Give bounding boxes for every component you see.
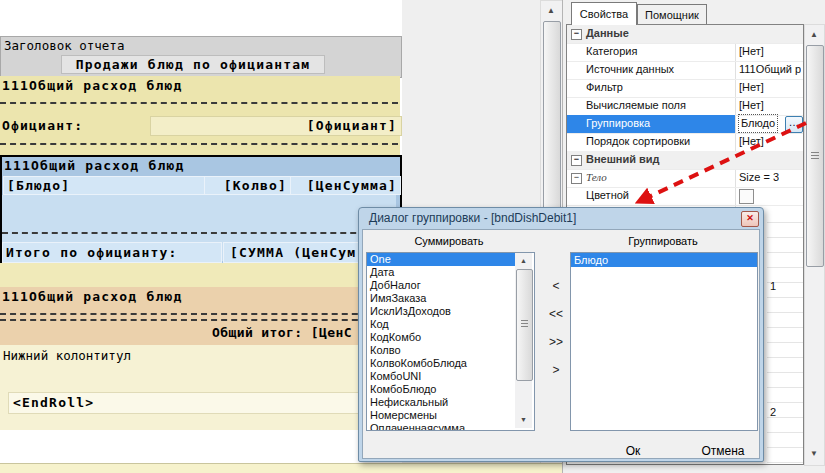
prop-row-category[interactable]: Категория [Нет] bbox=[567, 43, 803, 62]
collapse-icon[interactable]: − bbox=[571, 155, 582, 166]
list-item[interactable]: КомбоUNI bbox=[367, 370, 515, 383]
move-all-left-button[interactable]: << bbox=[544, 306, 568, 322]
thumb-grip bbox=[811, 152, 819, 161]
dialog-client-area: Суммировать Группировать One Дата ДобНал… bbox=[362, 229, 760, 459]
overflow-value: 1 bbox=[770, 277, 776, 295]
list-item[interactable]: КомбоБлюдо bbox=[367, 383, 515, 396]
list-item[interactable]: ИмяЗаказа bbox=[367, 292, 515, 305]
list-item[interactable]: ДобНалог bbox=[367, 279, 515, 292]
band-title-object[interactable]: 111Общий расход блюд bbox=[2, 78, 183, 93]
band-data-group[interactable]: 111Общий расход блюд [Блюдо] [Колво] [Це… bbox=[0, 155, 402, 267]
report-title-object[interactable]: Продажи блюд по официантам bbox=[61, 55, 325, 74]
move-all-right-button[interactable]: >> bbox=[544, 334, 568, 350]
band-report-footer[interactable]: 111Общий расход блюд Общий итог: [ЦенС bbox=[0, 287, 400, 345]
thumb-grip bbox=[521, 320, 528, 329]
collapse-icon[interactable]: − bbox=[571, 29, 582, 40]
list-item[interactable]: КодКомбо bbox=[367, 331, 515, 344]
band-page-footer[interactable]: Нижний колонтитул <EndRoll> bbox=[0, 345, 400, 430]
section-appearance[interactable]: − Внешний вид bbox=[567, 151, 803, 170]
list-item[interactable]: КолвоКомбоБлюда bbox=[367, 357, 515, 370]
list-item[interactable]: Код bbox=[367, 318, 515, 331]
list-item[interactable]: Колво bbox=[367, 344, 515, 357]
waiter-label-object[interactable]: Официант: bbox=[2, 118, 83, 133]
sum-field-object[interactable]: [ЦенСумма] bbox=[290, 176, 401, 195]
sum-column-header: Суммировать bbox=[365, 235, 533, 247]
panel-scroll-thumb[interactable] bbox=[806, 45, 824, 267]
list-item[interactable]: Оплаченнаясумма bbox=[367, 422, 515, 431]
prop-row-filter[interactable]: Фильтр [Нет] bbox=[567, 79, 803, 98]
double-dash-line-object[interactable] bbox=[0, 313, 398, 321]
list-item[interactable]: One bbox=[367, 253, 515, 266]
waiter-total-row: Итого по официанту: [СУММА (ЦенСум bbox=[2, 242, 396, 261]
selected-row-highlight: Группировка bbox=[567, 115, 735, 133]
section-label: Данные bbox=[586, 25, 629, 42]
prop-value[interactable]: [Нет] bbox=[739, 79, 764, 96]
group-fields-list[interactable]: Блюдо bbox=[570, 252, 758, 431]
dash-line-object[interactable] bbox=[0, 143, 398, 145]
overflow-value: 2 bbox=[770, 403, 776, 421]
qty-field-object[interactable]: [Колво] bbox=[204, 176, 291, 195]
list-item[interactable]: Блюдо bbox=[571, 253, 757, 267]
waiter-total-label-object[interactable]: Итого по официанту: bbox=[2, 242, 222, 263]
collapse-icon[interactable]: − bbox=[571, 173, 582, 184]
scroll-up-icon[interactable]: ▲ bbox=[516, 254, 531, 267]
cancel-button[interactable]: Отмена bbox=[693, 442, 753, 460]
prop-value[interactable]: [Нет] bbox=[739, 43, 764, 60]
dash-line-object[interactable] bbox=[2, 232, 396, 234]
list-vscrollbar[interactable]: ▲ ▼ bbox=[515, 253, 532, 428]
section-data[interactable]: − Данные bbox=[567, 25, 803, 44]
page-bottom-strip bbox=[0, 463, 562, 473]
waiter-field-object[interactable]: [Официант] bbox=[150, 116, 402, 136]
prop-row-grouping[interactable]: Группировка Блюдо … bbox=[567, 115, 803, 134]
scroll-up-icon[interactable]: ▲ bbox=[543, 3, 559, 18]
prop-name: Категория bbox=[586, 43, 637, 60]
band-report-header[interactable]: Заголовок отчета Продажи блюд по официан… bbox=[0, 36, 402, 78]
scroll-down-icon[interactable]: ▼ bbox=[516, 413, 531, 426]
list-item[interactable]: Нефискальный bbox=[367, 396, 515, 409]
grand-total-object[interactable]: Общий итог: [ЦенС bbox=[212, 325, 352, 340]
prop-value[interactable]: Блюдо bbox=[739, 115, 777, 132]
panel-vscrollbar[interactable]: ▲ ▼ bbox=[804, 24, 825, 466]
ellipsis-button[interactable]: … bbox=[785, 116, 803, 133]
dialog-titlebar[interactable]: Диалог группировки - [bndDishDebit1] bbox=[369, 208, 739, 229]
prop-row-sort-order[interactable]: Порядок сортировки [Нет] bbox=[567, 133, 803, 152]
dish-field-object[interactable]: [Блюдо] bbox=[3, 176, 205, 195]
prop-name: Порядок сортировки bbox=[586, 133, 690, 150]
prop-name: Источник данных bbox=[586, 61, 674, 78]
tab-assistant[interactable]: Помощник bbox=[637, 4, 707, 25]
prop-value[interactable]: 111Общий р bbox=[739, 61, 801, 78]
prop-row-calculated-fields[interactable]: Вычисляемые поля [Нет] bbox=[567, 97, 803, 116]
close-icon[interactable]: ✕ bbox=[741, 211, 759, 227]
prop-row-body[interactable]: − Тело Size = 3 bbox=[567, 169, 803, 188]
prop-value[interactable]: Size = 3 bbox=[739, 169, 779, 186]
move-right-button[interactable]: > bbox=[544, 362, 568, 378]
prop-value[interactable]: [Нет] bbox=[739, 97, 764, 114]
tab-properties[interactable]: Свойства bbox=[571, 2, 637, 25]
dash-line-object[interactable] bbox=[0, 102, 398, 104]
prop-name: Цветной bbox=[586, 187, 629, 204]
colored-checkbox[interactable] bbox=[739, 189, 754, 204]
band-group-header[interactable]: 111Общий расход блюд Официант: [Официант… bbox=[0, 76, 400, 155]
list-scroll-thumb[interactable] bbox=[516, 269, 533, 381]
scroll-down-icon[interactable]: ▼ bbox=[806, 446, 822, 461]
prop-row-datasource[interactable]: Источник данных 111Общий р bbox=[567, 61, 803, 80]
band-title-object[interactable]: 111Общий расход блюд bbox=[2, 289, 183, 304]
group-column-header: Группировать bbox=[569, 235, 757, 247]
report-page[interactable]: Заголовок отчета Продажи блюд по официан… bbox=[0, 0, 402, 463]
grouping-dialog: Диалог группировки - [bndDishDebit1] ✕ С… bbox=[358, 207, 764, 462]
move-left-button[interactable]: < bbox=[544, 278, 568, 294]
list-item[interactable]: Номерсмены bbox=[367, 409, 515, 422]
data-band-area bbox=[2, 195, 396, 242]
sum-fields-list[interactable]: One Дата ДобНалог ИмяЗаказа ИсклИзДоходо… bbox=[366, 252, 535, 431]
prop-name: Фильтр bbox=[586, 79, 623, 96]
scroll-up-icon[interactable]: ▲ bbox=[806, 27, 822, 42]
list-item[interactable]: ИсклИзДоходов bbox=[367, 305, 515, 318]
prop-name: Группировка bbox=[586, 115, 650, 132]
prop-value[interactable]: [Нет] bbox=[739, 133, 764, 150]
endroll-object[interactable]: <EndRoll> bbox=[8, 392, 400, 414]
list-item[interactable]: Дата bbox=[367, 266, 515, 279]
band-label: Заголовок отчета bbox=[4, 38, 124, 53]
ok-button[interactable]: Ок bbox=[608, 442, 658, 460]
prop-row-colored[interactable]: Цветной bbox=[567, 187, 803, 206]
band-title-object[interactable]: 111Общий расход блюд bbox=[4, 158, 185, 173]
